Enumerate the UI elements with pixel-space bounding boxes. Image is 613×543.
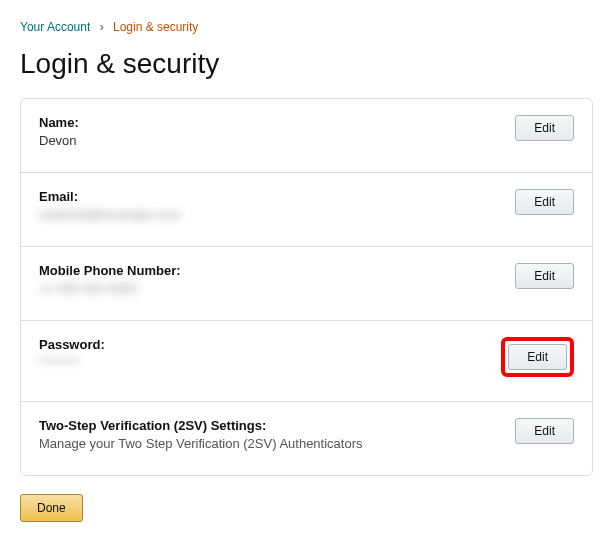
edit-name-button[interactable]: Edit [515,115,574,141]
login-security-settings: Name: Devon Edit Email: redacted@example… [20,98,593,476]
email-label: Email: [39,189,515,204]
row-password-info: Password: ******** [39,337,501,370]
row-phone: Mobile Phone Number: +1 555 555 5555 Edi… [21,247,592,321]
password-value: ******** [39,355,501,370]
email-value: redacted@example.com [39,207,515,222]
done-button[interactable]: Done [20,494,83,522]
row-password: Password: ******** Edit [21,321,592,402]
breadcrumb-your-account[interactable]: Your Account [20,20,90,34]
row-two-step-info: Two-Step Verification (2SV) Settings: Ma… [39,418,515,451]
name-value: Devon [39,133,515,148]
edit-email-button[interactable]: Edit [515,189,574,215]
row-email: Email: redacted@example.com Edit [21,173,592,247]
edit-password-highlight: Edit [501,337,574,377]
row-email-info: Email: redacted@example.com [39,189,515,222]
phone-value: +1 555 555 5555 [39,281,515,296]
row-phone-info: Mobile Phone Number: +1 555 555 5555 [39,263,515,296]
row-name: Name: Devon Edit [21,99,592,173]
edit-two-step-button[interactable]: Edit [515,418,574,444]
edit-phone-button[interactable]: Edit [515,263,574,289]
row-two-step: Two-Step Verification (2SV) Settings: Ma… [21,402,592,475]
two-step-desc: Manage your Two Step Verification (2SV) … [39,436,515,451]
breadcrumb-current: Login & security [113,20,198,34]
row-name-info: Name: Devon [39,115,515,148]
phone-label: Mobile Phone Number: [39,263,515,278]
page-title: Login & security [20,48,593,80]
breadcrumb: Your Account › Login & security [20,20,593,34]
password-label: Password: [39,337,501,352]
two-step-label: Two-Step Verification (2SV) Settings: [39,418,515,433]
breadcrumb-separator: › [100,20,104,34]
edit-password-button[interactable]: Edit [508,344,567,370]
name-label: Name: [39,115,515,130]
